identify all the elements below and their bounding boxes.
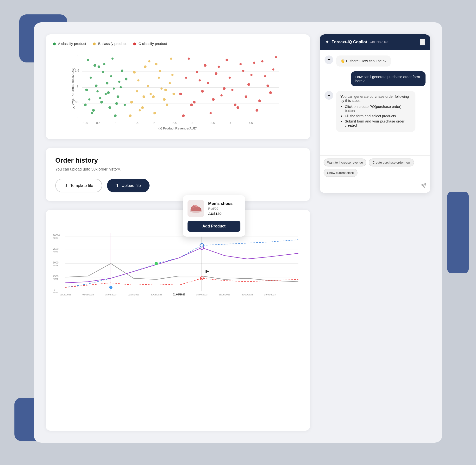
svg-point-40 <box>144 65 146 68</box>
svg-point-30 <box>130 101 133 104</box>
svg-point-55 <box>179 93 182 95</box>
y-2500: 2500 <box>53 275 58 278</box>
scatter-legend: A classify product B classify product C … <box>53 42 303 46</box>
svg-point-35 <box>158 77 160 79</box>
svg-point-53 <box>170 57 172 60</box>
svg-point-39 <box>139 109 141 111</box>
suggestion-chip-2[interactable]: Create purchase order now <box>369 159 414 167</box>
svg-point-37 <box>168 82 171 84</box>
svg-point-3 <box>96 90 99 92</box>
svg-point-48 <box>143 95 145 98</box>
svg-point-85 <box>247 83 250 86</box>
svg-point-42 <box>155 63 157 65</box>
y-10000: 10000 <box>53 234 60 237</box>
user-bubble-1: How can i generate purchase order form h… <box>351 71 425 86</box>
bot-message-1: ✦ 👋 Hi there! How can I help? <box>325 55 425 66</box>
svg-point-78 <box>209 112 211 114</box>
product-popup: Men's shoes Red/09 AU$120 Add Product <box>183 195 245 237</box>
svg-point-10 <box>95 85 97 87</box>
add-product-button[interactable]: Add Product <box>188 221 240 232</box>
svg-point-50 <box>153 112 156 114</box>
bot-avatar-1: ✦ <box>325 55 333 64</box>
legend-dot-a <box>53 42 56 45</box>
x-label-4: 4 <box>230 121 231 125</box>
svg-point-27 <box>115 102 118 105</box>
bot-list-item-1: Click on create PO(purchase order) butto… <box>345 105 411 113</box>
svg-point-8 <box>117 95 119 98</box>
y-0-units: Units <box>53 291 58 294</box>
svg-point-87 <box>258 99 261 102</box>
copilot-icon: ✦ <box>325 39 329 45</box>
svg-point-7 <box>113 87 115 90</box>
svg-point-17 <box>91 112 93 114</box>
svg-point-71 <box>266 85 269 87</box>
svg-point-51 <box>159 70 161 72</box>
suggestion-chip-1[interactable]: Want to Increase revenue <box>324 159 366 167</box>
product-variant: Red/09 <box>208 207 232 211</box>
legend-dot-c <box>133 42 136 45</box>
y-2500-units: Units <box>53 278 58 280</box>
svg-point-12 <box>106 82 108 84</box>
highlight-dot-green <box>155 262 158 265</box>
svg-point-49 <box>148 60 150 63</box>
y-axis-title: (y) Avg. Purchase cost(AUD) <box>71 68 75 109</box>
legend-b: B classify product <box>93 42 126 46</box>
y-7500: 7500 <box>53 248 58 250</box>
svg-point-36 <box>163 98 166 101</box>
svg-point-33 <box>147 85 149 87</box>
scatter-dots-b <box>129 57 175 117</box>
x-label-2: 08/08/2023 <box>82 293 94 296</box>
scatter-svg: 2 1.5 1 0.5 0 (y) Avg. Purchase cost(AUD… <box>53 51 303 132</box>
product-name: Men's shoes <box>208 201 232 206</box>
x-label-15: 1.5 <box>134 121 138 125</box>
svg-point-41 <box>150 93 152 95</box>
x-label-100: 100 <box>83 121 88 125</box>
bot-avatar-2: ✦ <box>325 91 333 100</box>
template-file-button[interactable]: ⬇ Template file <box>55 179 102 192</box>
svg-point-46 <box>129 114 132 117</box>
x-label-2: 2 <box>153 121 155 125</box>
svg-point-22 <box>87 59 89 61</box>
copilot-send-button[interactable] <box>421 183 426 190</box>
y-label-05: 0.5 <box>75 101 79 104</box>
svg-point-75 <box>193 101 195 104</box>
svg-point-66 <box>239 63 242 65</box>
suggestion-chip-3[interactable]: Show current stock <box>324 169 357 177</box>
svg-point-65 <box>234 104 236 106</box>
svg-point-6 <box>108 106 111 109</box>
svg-point-86 <box>253 62 255 64</box>
svg-point-15 <box>118 81 121 83</box>
svg-point-88 <box>264 75 266 77</box>
x-label-05: 0.5 <box>96 121 100 125</box>
svg-point-44 <box>166 104 168 106</box>
highlight-dot-blue-large-inner <box>201 245 202 246</box>
scatter-chart-area: 2 1.5 1 0.5 0 (y) Avg. Purchase cost(AUD… <box>53 51 303 132</box>
x-label-35: 3.5 <box>210 121 215 125</box>
x-label-5: 29/08/2023 <box>151 293 162 296</box>
y-label-15: 1.5 <box>75 69 79 72</box>
copilot-close-button[interactable]: ✕ <box>420 39 425 45</box>
x-label-4: 22/08/2023 <box>128 293 139 296</box>
copilot-token: 740 token left <box>369 40 388 44</box>
svg-point-18 <box>98 65 100 68</box>
svg-point-43 <box>160 87 163 90</box>
svg-point-23 <box>94 64 96 67</box>
svg-point-82 <box>231 89 233 91</box>
svg-point-62 <box>218 65 220 68</box>
svg-point-38 <box>133 71 136 74</box>
svg-point-47 <box>137 79 139 81</box>
x-label-3: 15/08/2023 <box>105 293 116 296</box>
copilot-input-field[interactable] <box>324 184 418 189</box>
bot-message-2: ✦ You can generate purchase order follow… <box>325 91 425 132</box>
x-label-6: 01/09/2023 <box>173 293 185 296</box>
scatter-dots-a <box>84 57 127 117</box>
svg-point-64 <box>229 77 231 79</box>
upload-file-button[interactable]: ⬆ Upload file <box>107 179 149 192</box>
svg-point-9 <box>90 77 92 79</box>
x-label-3: 3 <box>192 121 193 125</box>
product-popup-top: Men's shoes Red/09 AU$120 <box>188 200 240 217</box>
bot-bubble-1: 👋 Hi there! How can I help? <box>336 55 391 66</box>
svg-point-0 <box>84 104 87 106</box>
svg-point-83 <box>237 106 239 109</box>
upload-icon: ⬆ <box>116 183 119 188</box>
